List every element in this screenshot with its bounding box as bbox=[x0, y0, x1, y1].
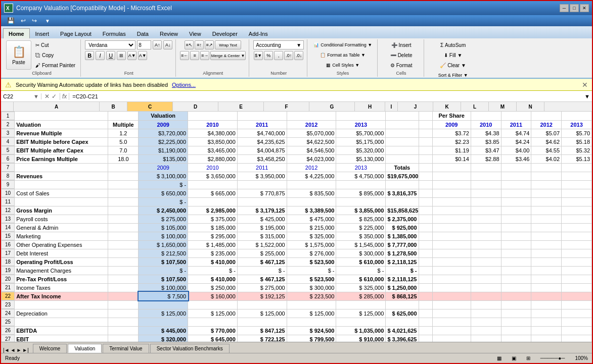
cell-k15[interactable] bbox=[471, 232, 501, 240]
cell-n13[interactable] bbox=[562, 215, 592, 223]
cell-l16[interactable] bbox=[501, 240, 531, 249]
cell-l15[interactable] bbox=[501, 232, 531, 240]
cell-e21[interactable]: $ 275,000 bbox=[237, 283, 287, 292]
cell-a13[interactable]: Payroll costs bbox=[15, 215, 108, 223]
cell-c18[interactable]: $ 107,500 bbox=[139, 257, 188, 266]
cell-l26[interactable] bbox=[501, 326, 531, 335]
font-color-button[interactable]: A▼ bbox=[138, 51, 147, 60]
cell-h6[interactable] bbox=[386, 154, 419, 163]
cell-c14[interactable]: $ 105,000 bbox=[139, 223, 188, 232]
cell-a5[interactable]: EBIT Multiple after Capex bbox=[15, 146, 108, 154]
cell-i15[interactable] bbox=[419, 232, 432, 240]
cell-n6[interactable]: $5.13 bbox=[562, 154, 592, 163]
cell-b11[interactable] bbox=[108, 197, 139, 206]
cell-d18[interactable]: $ 410,000 bbox=[188, 257, 238, 266]
cell-g26[interactable]: $ 1,035,000 bbox=[336, 326, 386, 335]
cell-h17[interactable]: $ 1,278,500 bbox=[386, 249, 419, 257]
cell-j27[interactable] bbox=[432, 335, 471, 342]
col-header-l[interactable]: L bbox=[461, 102, 489, 111]
row-header-25[interactable]: 25 bbox=[1, 318, 15, 326]
cell-n11[interactable] bbox=[562, 197, 592, 206]
cell-i25[interactable] bbox=[419, 318, 432, 326]
cell-n15[interactable] bbox=[562, 232, 592, 240]
cancel-formula-icon[interactable]: ✕ bbox=[44, 93, 50, 100]
row-header-17[interactable]: 17 bbox=[1, 249, 15, 257]
cell-i19[interactable] bbox=[419, 266, 432, 275]
font-size-input[interactable] bbox=[137, 40, 151, 49]
cell-b2[interactable]: Multiple bbox=[108, 120, 139, 129]
cell-f9[interactable] bbox=[287, 180, 336, 189]
cell-f20[interactable]: $ 523,500 bbox=[287, 275, 336, 283]
cell-j16[interactable] bbox=[432, 240, 471, 249]
cell-d12[interactable]: $ 2,985,000 bbox=[188, 206, 238, 215]
cell-b12[interactable] bbox=[108, 206, 139, 215]
cell-c2[interactable]: 2009 bbox=[139, 120, 188, 129]
cell-g9[interactable] bbox=[336, 180, 386, 189]
cell-m26[interactable] bbox=[531, 326, 562, 335]
cell-a20[interactable]: Pre-Tax Profit/Loss bbox=[15, 275, 108, 283]
cell-m9[interactable] bbox=[531, 180, 562, 189]
cell-e14[interactable]: $ 195,000 bbox=[237, 223, 287, 232]
qa-dropdown[interactable]: ▼ bbox=[45, 18, 50, 24]
cell-i20[interactable] bbox=[419, 275, 432, 283]
cell-m16[interactable] bbox=[531, 240, 562, 249]
cell-j11[interactable] bbox=[432, 197, 471, 206]
cell-m10[interactable] bbox=[531, 189, 562, 197]
cell-g25[interactable] bbox=[336, 318, 386, 326]
cell-k26[interactable] bbox=[471, 326, 501, 335]
cell-i23[interactable] bbox=[419, 300, 432, 309]
cell-c5[interactable]: $1,190,000 bbox=[139, 146, 188, 154]
cell-i14[interactable] bbox=[419, 223, 432, 232]
qa-save[interactable]: 💾 bbox=[5, 17, 17, 25]
cell-k6[interactable]: $2.88 bbox=[471, 154, 501, 163]
cell-f12[interactable]: $ 3,389,500 bbox=[287, 206, 336, 215]
cell-c20[interactable]: $ 107,500 bbox=[139, 275, 188, 283]
cell-f11[interactable] bbox=[287, 197, 336, 206]
row-header-12[interactable]: 12 bbox=[1, 206, 15, 215]
sheet-next-button[interactable]: ► bbox=[16, 347, 21, 353]
cell-j2[interactable]: 2009 bbox=[432, 120, 471, 129]
cell-l6[interactable]: $3.46 bbox=[501, 154, 531, 163]
font-grow-button[interactable]: A↑ bbox=[153, 40, 162, 49]
sheet-tab-valuation[interactable]: Valuation bbox=[68, 344, 102, 353]
cell-c27[interactable]: $ 320,000 bbox=[139, 335, 188, 342]
cell-g7[interactable]: 2013 bbox=[336, 163, 386, 172]
cell-j22[interactable] bbox=[432, 292, 471, 300]
cell-h9[interactable] bbox=[386, 180, 419, 189]
cell-k14[interactable] bbox=[471, 223, 501, 232]
cell-c15[interactable]: $ 100,000 bbox=[139, 232, 188, 240]
cell-i1[interactable] bbox=[419, 112, 432, 120]
cell-e17[interactable]: $ 255,000 bbox=[237, 249, 287, 257]
cell-g27[interactable]: $ 910,000 bbox=[336, 335, 386, 342]
cell-b26[interactable] bbox=[108, 326, 139, 335]
cell-i9[interactable] bbox=[419, 180, 432, 189]
row-header-6[interactable]: 6 bbox=[1, 154, 15, 163]
col-header-a[interactable]: A bbox=[14, 102, 100, 111]
cell-h13[interactable]: $ 2,375,000 bbox=[386, 215, 419, 223]
cell-i22[interactable] bbox=[419, 292, 432, 300]
security-close-button[interactable]: ✕ bbox=[582, 81, 588, 89]
cell-b27[interactable] bbox=[108, 335, 139, 342]
cell-j13[interactable] bbox=[432, 215, 471, 223]
cell-a23[interactable] bbox=[15, 300, 108, 309]
cell-n9[interactable] bbox=[562, 180, 592, 189]
cell-a18[interactable]: Operating Profit/Loss bbox=[15, 257, 108, 266]
formula-expand-button[interactable]: ▼ bbox=[582, 93, 592, 99]
cell-h12[interactable]: $15,858,625 bbox=[386, 206, 419, 215]
cell-b1[interactable] bbox=[108, 112, 139, 120]
sheet-first-button[interactable]: |◄ bbox=[3, 347, 10, 353]
row-header-2[interactable]: 2 bbox=[1, 120, 15, 129]
cell-i27[interactable] bbox=[419, 335, 432, 342]
sheet-tab-sector-benchmarks[interactable]: Sector Valuation Benchmarks bbox=[150, 344, 230, 353]
cell-m25[interactable] bbox=[531, 318, 562, 326]
delete-cells-button[interactable]: ➖ Delete bbox=[388, 50, 415, 60]
cell-a9[interactable] bbox=[15, 180, 108, 189]
cell-e25[interactable] bbox=[237, 318, 287, 326]
row-header-7[interactable]: 7 bbox=[1, 163, 15, 172]
cell-i16[interactable] bbox=[419, 240, 432, 249]
cell-j21[interactable] bbox=[432, 283, 471, 292]
col-header-e[interactable]: E bbox=[218, 102, 264, 111]
col-header-g[interactable]: G bbox=[309, 102, 355, 111]
cell-g18[interactable]: $ 610,000 bbox=[336, 257, 386, 266]
cell-e8[interactable]: $ 3,950,000 bbox=[237, 172, 287, 180]
